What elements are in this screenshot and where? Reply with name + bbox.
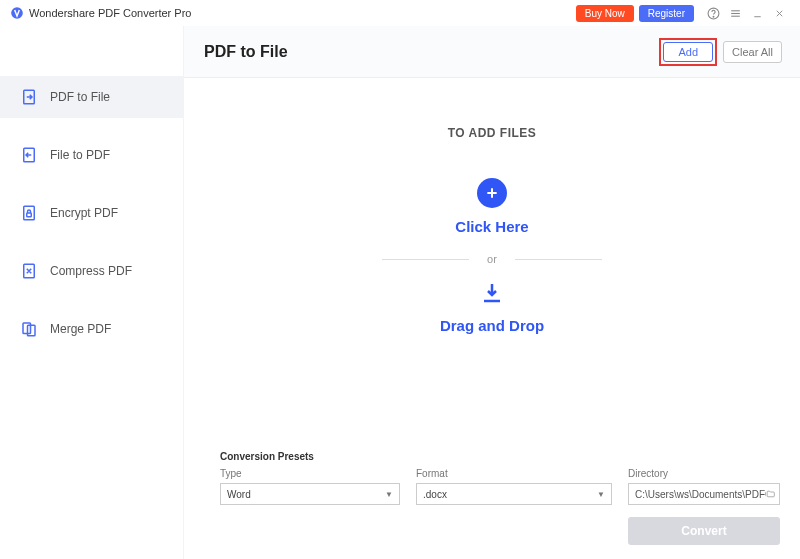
page-title: PDF to File	[204, 43, 288, 61]
pdf-to-file-icon	[20, 88, 38, 106]
register-button[interactable]: Register	[639, 5, 694, 22]
help-icon[interactable]	[704, 4, 722, 22]
add-button[interactable]: Add	[663, 42, 713, 62]
svg-point-2	[713, 16, 714, 17]
presets-title: Conversion Presets	[220, 451, 780, 462]
svg-rect-12	[27, 213, 32, 217]
type-select[interactable]: Word ▼	[220, 483, 400, 505]
file-to-pdf-icon	[20, 146, 38, 164]
sidebar-item-encrypt-pdf[interactable]: Encrypt PDF	[0, 192, 183, 234]
titlebar: Wondershare PDF Converter Pro Buy Now Re…	[0, 0, 800, 26]
folder-icon[interactable]	[766, 488, 775, 500]
directory-field[interactable]: C:\Users\ws\Documents\PDFConvert	[628, 483, 780, 505]
sidebar-item-label: Merge PDF	[50, 322, 111, 336]
directory-label: Directory	[628, 468, 780, 479]
minimize-icon[interactable]	[748, 4, 766, 22]
chevron-down-icon: ▼	[597, 490, 605, 499]
sidebar-item-compress-pdf[interactable]: Compress PDF	[0, 250, 183, 292]
add-button-highlight: Add	[659, 38, 717, 66]
plus-icon	[484, 185, 500, 201]
buy-now-button[interactable]: Buy Now	[576, 5, 634, 22]
merge-pdf-icon	[20, 320, 38, 338]
format-value: .docx	[423, 489, 447, 500]
dropzone-title: TO ADD FILES	[448, 126, 537, 140]
convert-button[interactable]: Convert	[628, 517, 780, 545]
format-select[interactable]: .docx ▼	[416, 483, 612, 505]
format-label: Format	[416, 468, 612, 479]
encrypt-pdf-icon	[20, 204, 38, 222]
sidebar-item-label: File to PDF	[50, 148, 110, 162]
sidebar-item-file-to-pdf[interactable]: File to PDF	[0, 134, 183, 176]
drag-drop-label: Drag and Drop	[440, 317, 544, 334]
sidebar: PDF to File File to PDF Encrypt PDF Comp…	[0, 26, 184, 559]
type-value: Word	[227, 489, 251, 500]
app-logo-icon	[10, 6, 24, 20]
click-here-label[interactable]: Click Here	[455, 218, 528, 235]
clear-all-button[interactable]: Clear All	[723, 41, 782, 63]
add-plus-button[interactable]	[477, 178, 507, 208]
sidebar-item-label: Encrypt PDF	[50, 206, 118, 220]
or-divider: or	[382, 253, 602, 265]
chevron-down-icon: ▼	[385, 490, 393, 499]
download-icon	[479, 281, 505, 309]
main: PDF to File Add Clear All TO ADD FILES C…	[184, 26, 800, 559]
type-label: Type	[220, 468, 400, 479]
sidebar-item-merge-pdf[interactable]: Merge PDF	[0, 308, 183, 350]
sidebar-item-label: PDF to File	[50, 90, 110, 104]
or-label: or	[469, 253, 515, 265]
directory-value: C:\Users\ws\Documents\PDFConvert	[635, 489, 766, 500]
footer: Conversion Presets Type Word ▼ Format .d…	[184, 441, 800, 559]
app-title: Wondershare PDF Converter Pro	[29, 7, 191, 19]
close-icon[interactable]	[770, 4, 788, 22]
compress-pdf-icon	[20, 262, 38, 280]
drop-zone[interactable]: TO ADD FILES Click Here or Drag and Drop	[184, 78, 800, 441]
sidebar-item-pdf-to-file[interactable]: PDF to File	[0, 76, 183, 118]
main-header: PDF to File Add Clear All	[184, 26, 800, 78]
menu-icon[interactable]	[726, 4, 744, 22]
sidebar-item-label: Compress PDF	[50, 264, 132, 278]
